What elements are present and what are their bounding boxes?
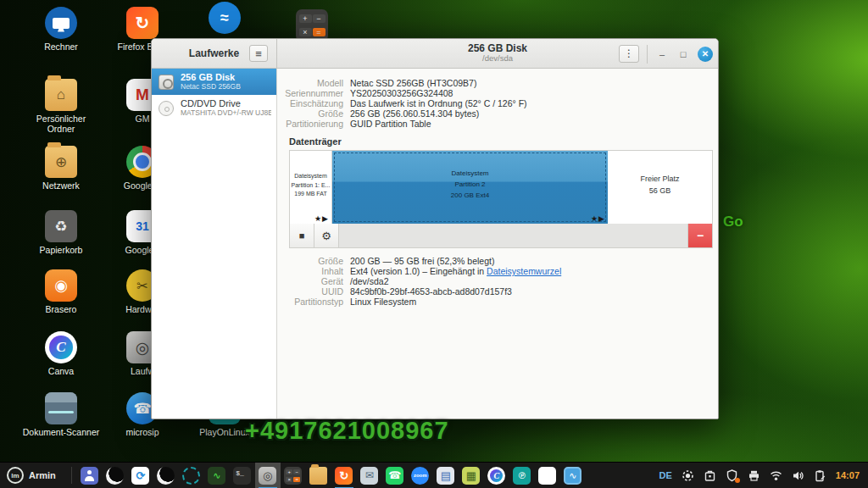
clock[interactable]: 14:07 (836, 470, 860, 480)
taskbar-file-manager[interactable] (306, 463, 331, 488)
openoffice-icon: ≈ (209, 2, 241, 34)
sidebar-title: Laufwerke (189, 47, 239, 59)
network-folder-icon: ⊕ (45, 146, 77, 178)
taskbar-mail[interactable]: ✉ (357, 463, 382, 488)
partition-options-button[interactable]: ⚙ (314, 224, 339, 247)
color-squares-icon (538, 467, 556, 485)
taskbar-writer[interactable]: ▤ (433, 463, 459, 488)
package-tray-icon[interactable] (704, 469, 716, 482)
home-folder-icon: ⌂ (45, 79, 77, 111)
mint-menu-button[interactable]: lm Armin (0, 463, 66, 488)
window-title: 256 GB Disk /dev/sda (468, 43, 527, 64)
firefox-icon: ↻ (126, 7, 159, 39)
sidebar-item-ssd[interactable]: 256 GB Disk Netac SSD 256GB (152, 69, 276, 95)
dashed-circle-icon (182, 467, 200, 485)
sidebar-item-cddvd[interactable]: CD/DVD Drive MATSHITA DVD+/-RW UJ8B2 (152, 95, 276, 121)
wifi-tray-icon[interactable] (770, 469, 782, 482)
terminal-icon: $_ (233, 467, 251, 485)
sync-arrows-icon: ⟳ (131, 467, 149, 485)
info-row-assessment: EinschätzungDas Laufwerk ist in Ordnung … (277, 98, 527, 108)
taskbar-dark-app-1[interactable] (103, 463, 128, 488)
taskbar-calculator[interactable]: +− ×= (281, 463, 306, 488)
taskbar-dark-app-2[interactable] (153, 463, 179, 488)
taskbar-canva[interactable]: C (484, 463, 509, 488)
maximize-button[interactable]: □ (676, 47, 690, 61)
partition-1-segment[interactable]: Dateisystem Partition 1: E... 199 MB FAT… (290, 151, 332, 224)
free-space-segment[interactable]: Freier Platz 56 GB (608, 151, 712, 224)
taskbar-playonlinux[interactable]: ℗ (509, 463, 535, 488)
info-row-model: ModellNetac SSD 256GB (HT3C09B7) (277, 78, 476, 88)
taskbar-color-squares-app[interactable] (535, 463, 560, 488)
disc-burner-icon: ◉ (45, 269, 77, 302)
printer-tray-icon[interactable] (748, 469, 760, 482)
desktop-icon-network[interactable]: ⊕ Netzwerk (22, 146, 100, 191)
shield-tray-icon[interactable] (726, 469, 738, 482)
firefox-icon: ↻ (335, 467, 353, 485)
screenshot-tray-icon[interactable] (682, 469, 694, 482)
taskbar-zoom[interactable]: zoom (408, 463, 433, 488)
scanner-icon (45, 392, 77, 424)
desktop-icon-calculator[interactable]: +− ×= (273, 9, 351, 42)
user-account-icon (81, 467, 98, 485)
detail-row-contents: Inhalt Ext4 (version 1.0) – Eingehängt i… (277, 266, 561, 276)
app-menu-button[interactable]: ⋮ (619, 45, 639, 63)
taskbar-terminal[interactable]: $_ (230, 463, 255, 488)
keyboard-layout-indicator[interactable]: DE (659, 470, 672, 480)
envelope-icon: ✉ (360, 467, 378, 485)
canva-icon: C (487, 467, 505, 485)
drive-details-pane: ModellNetac SSD 256GB (HT3C09B7) Serienn… (277, 69, 718, 419)
taskbar-users-app[interactable] (77, 463, 103, 488)
clipboard-tray-icon[interactable] (814, 469, 826, 482)
close-button[interactable]: ✕ (698, 47, 713, 62)
canva-icon: C (45, 331, 77, 363)
hamburger-menu-button[interactable]: ≡ (249, 45, 268, 62)
spreadsheet-icon: ▦ (462, 467, 480, 485)
monitor-waveform-icon: ∿ (564, 467, 581, 485)
partition-2-flags: ★▶ (591, 214, 605, 223)
desktop-icon-openoffice[interactable]: ≈ (186, 2, 264, 34)
disks-icon: ◎ (259, 467, 276, 485)
desktop-icon-trash[interactable]: ♻ Papierkorb (22, 210, 100, 255)
desktop-icon-rechner[interactable]: Rechner (22, 7, 100, 52)
taskbar-firefox-running[interactable]: ↻ (331, 463, 357, 488)
zoom-icon: zoom (411, 467, 429, 485)
desktop-icon-brasero[interactable]: ◉ Brasero (22, 269, 100, 314)
taskbar-spreadsheet[interactable]: ▦ (459, 463, 484, 488)
taskbar: lm Armin ⟳ ∿ $_ ◎ +− ×= ↻ ✉ ☎ zoom ▤ ▦ C… (0, 462, 868, 488)
unmount-button[interactable]: ■ (290, 224, 314, 247)
disks-window: Laufwerke ≡ 256 GB Disk /dev/sda ⋮ – □ ✕… (151, 38, 719, 419)
volume-toolbar: ■ ⚙ − (289, 224, 713, 248)
optical-disc-icon (157, 99, 175, 118)
volumes-heading: Datenträger (289, 136, 342, 147)
taskbar-freefilesync[interactable]: ⟳ (128, 463, 153, 488)
taskbar-dashed-circle-app[interactable] (179, 463, 204, 488)
detail-row-uuid: UUID84c9bf0b-29bf-4653-abcb-ad8d07d157f3 (277, 286, 512, 297)
detail-row-device: Gerät/dev/sda2 (277, 276, 389, 286)
system-tray: DE 14:07 (659, 463, 868, 488)
window-titlebar[interactable]: Laufwerke ≡ 256 GB Disk /dev/sda ⋮ – □ ✕ (152, 39, 718, 69)
partition-1-flags: ★▶ (314, 214, 329, 223)
detail-row-size: Größe200 GB — 95 GB frei (52,3% belegt) (277, 256, 494, 266)
delete-partition-button[interactable]: − (687, 224, 712, 247)
desktop-icon-canva[interactable]: C Canva (22, 331, 100, 376)
trash-icon: ♻ (45, 210, 77, 242)
taskbar-audio-monitor[interactable]: ∿ (204, 463, 230, 488)
partition-2-segment-selected[interactable]: Dateisystem Partition 2 200 GB Ext4 ★▶ (332, 151, 608, 224)
detail-row-partition-type: PartitionstypLinux Filesystem (277, 297, 416, 307)
desktop-icon-document-scanner[interactable]: Dokument-Scanner (22, 392, 100, 437)
playonlinux-icon: ℗ (513, 467, 531, 485)
calculator-icon: +− ×= (284, 467, 302, 485)
whatsapp-icon: ☎ (386, 467, 403, 485)
titlebar-separator (647, 45, 648, 64)
filesystem-root-link[interactable]: Dateisystemwurzel (487, 266, 561, 276)
volume-tray-icon[interactable] (792, 469, 804, 482)
drive-icon (157, 73, 175, 92)
taskbar-system-monitor[interactable]: ∿ (560, 463, 586, 488)
desktop-icon-home-folder[interactable]: ⌂ Persönlicher Ordner (22, 79, 100, 134)
minimize-button[interactable]: – (655, 47, 669, 61)
taskbar-disks-active[interactable]: ◎ (255, 463, 281, 488)
star-icon: ★ (591, 214, 598, 223)
taskbar-whatsapp[interactable]: ☎ (382, 463, 408, 488)
waveform-icon: ∿ (208, 467, 225, 485)
star-icon: ★ (314, 214, 322, 223)
